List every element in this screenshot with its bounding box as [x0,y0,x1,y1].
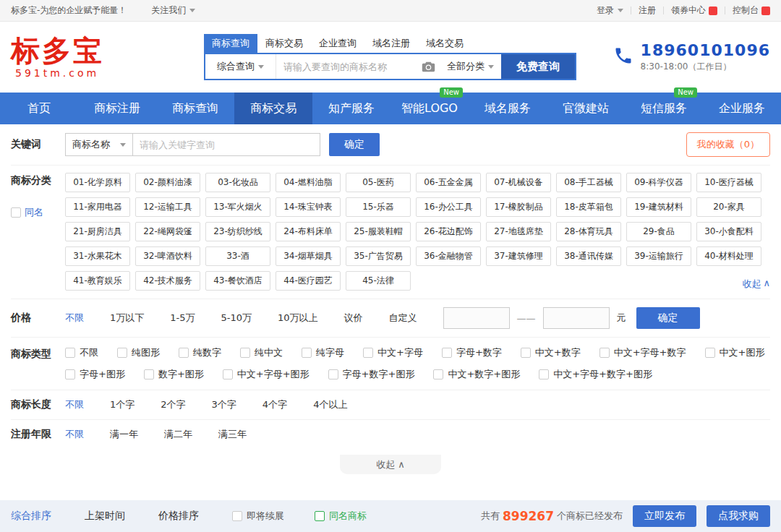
free-search-button[interactable]: 免费查询 [501,54,575,79]
type-option[interactable]: 纯图形 [117,346,160,359]
type-option[interactable]: 纯数字 [179,346,221,359]
price-option[interactable]: 1-5万 [170,312,195,325]
category-item[interactable]: 41-教育娱乐 [65,271,130,291]
category-item[interactable]: 10-医疗器械 [696,173,761,192]
category-item[interactable]: 06-五金金属 [416,173,481,192]
site-logo[interactable]: 标多宝 591tm.com [11,35,174,79]
years-option[interactable]: 满一年 [110,428,138,441]
follow-us-dropdown[interactable]: 关注我们 [151,4,195,17]
category-item[interactable]: 23-纺织纱线 [205,222,270,241]
category-item[interactable]: 17-橡胶制品 [486,197,551,217]
checkbox-icon[interactable] [232,511,242,521]
length-option[interactable]: 4个字 [263,398,287,411]
search-tab-domain-register[interactable]: 域名注册 [364,34,418,53]
price-option[interactable]: 议价 [344,312,363,325]
type-option[interactable]: 纯字母 [302,346,344,359]
category-item[interactable]: 39-运输旅行 [626,246,691,266]
checkbox-icon[interactable] [315,511,325,521]
type-option[interactable]: 中文+数字 [521,346,581,359]
category-item[interactable]: 04-燃料油脂 [276,173,341,192]
type-option[interactable]: 字母+数字 [442,346,502,359]
type-option[interactable]: 不限 [65,346,98,359]
price-option[interactable]: 10万以上 [278,312,318,325]
type-option[interactable]: 中文+字母+数字+图形 [539,368,652,381]
category-collapse-link[interactable]: 收起 ∧ [742,278,770,291]
category-item[interactable]: 14-珠宝钟表 [276,197,341,217]
nav-trademark-query[interactable]: 商标查询 [156,93,234,124]
keyword-confirm-button[interactable]: 确定 [329,133,380,156]
type-option[interactable]: 纯中文 [240,346,283,359]
checkbox-icon[interactable] [65,348,75,358]
checkbox-icon[interactable] [240,348,250,358]
category-item[interactable]: 36-金融物管 [416,246,481,266]
category-item[interactable]: 45-法律 [346,271,411,291]
category-item[interactable]: 25-服装鞋帽 [346,222,411,241]
filter-renewal-soon[interactable]: 即将续展 [232,510,284,523]
sort-comprehensive[interactable]: 综合排序 [11,510,51,523]
checkbox-icon[interactable] [302,348,312,358]
category-item[interactable]: 05-医药 [346,173,411,192]
category-item[interactable]: 21-厨房洁具 [65,222,130,241]
category-item[interactable]: 42-技术服务 [135,271,200,291]
request-buy-button[interactable]: 点我求购 [707,505,770,527]
publish-button[interactable]: 立即发布 [633,505,696,527]
length-option[interactable]: 1个字 [110,398,135,411]
nav-enterprise-service[interactable]: 企业服务 [703,93,781,124]
category-item[interactable]: 07-机械设备 [486,173,551,192]
camera-icon[interactable] [417,54,440,79]
checkbox-icon[interactable] [363,348,373,358]
checkbox-icon[interactable] [433,369,443,379]
price-option[interactable]: 5-10万 [221,312,252,325]
class-filter-select[interactable]: 全部分类 [440,54,501,79]
category-item[interactable]: 13-军火烟火 [205,197,270,217]
category-item[interactable]: 35-广告贸易 [346,246,411,266]
coupon-center-link[interactable]: 领券中心 [671,4,717,17]
nav-domain-service[interactable]: 域名服务 [469,93,547,124]
checkbox-icon[interactable] [539,369,549,379]
category-item[interactable]: 19-建筑材料 [626,197,691,217]
category-item[interactable]: 22-绳网袋篷 [135,222,200,241]
checkbox-icon[interactable] [11,207,21,218]
years-option[interactable]: 满二年 [164,428,192,441]
category-item[interactable]: 11-家用电器 [65,197,130,217]
category-item[interactable]: 28-体育玩具 [556,222,621,241]
type-option[interactable]: 中文+字母+数字 [599,346,686,359]
login-link[interactable]: 登录 [597,4,623,17]
category-item[interactable]: 24-布料床单 [276,222,341,241]
length-option[interactable]: 3个字 [212,398,236,411]
console-link[interactable]: 控制台 [733,4,770,17]
category-item[interactable]: 37-建筑修理 [486,246,551,266]
price-option-any[interactable]: 不限 [65,312,84,325]
checkbox-icon[interactable] [117,348,127,358]
category-item[interactable]: 30-小食配料 [696,222,761,241]
category-item[interactable]: 27-地毯席垫 [486,222,551,241]
type-option[interactable]: 中文+字母+图形 [223,368,310,381]
checkbox-icon[interactable] [179,348,189,358]
length-option[interactable]: 4个以上 [313,398,347,411]
panel-collapse-button[interactable]: 收起 ∧ [340,455,441,474]
category-item[interactable]: 01-化学原料 [65,173,130,192]
filter-same-name[interactable]: 同名商标 [315,510,367,523]
nav-home[interactable]: 首页 [0,93,78,124]
category-item[interactable]: 09-科学仪器 [626,173,691,192]
checkbox-icon[interactable] [328,369,338,379]
price-option[interactable]: 1万以下 [110,312,144,325]
category-item[interactable]: 18-皮革箱包 [556,197,621,217]
search-tab-trademark-trade[interactable]: 商标交易 [257,34,311,53]
nav-trademark-register[interactable]: 商标注册 [78,93,156,124]
keyword-type-select[interactable]: 商标名称 [65,133,133,156]
nav-ip-service[interactable]: 知产服务 [312,93,390,124]
search-input[interactable] [276,54,417,79]
category-item[interactable]: 08-手工器械 [556,173,621,192]
years-option[interactable]: 满三年 [218,428,247,441]
search-type-select[interactable]: 综合查询 [205,54,276,79]
category-item[interactable]: 43-餐饮酒店 [205,271,270,291]
price-option-custom[interactable]: 自定义 [389,312,417,325]
category-item[interactable]: 20-家具 [696,197,761,217]
keyword-input[interactable] [132,133,320,156]
checkbox-icon[interactable] [65,369,75,379]
category-item[interactable]: 40-材料处理 [696,246,761,266]
nav-sms-service[interactable]: 短信服务New [625,93,703,124]
category-item[interactable]: 15-乐器 [346,197,411,217]
type-option[interactable]: 中文+图形 [705,346,765,359]
